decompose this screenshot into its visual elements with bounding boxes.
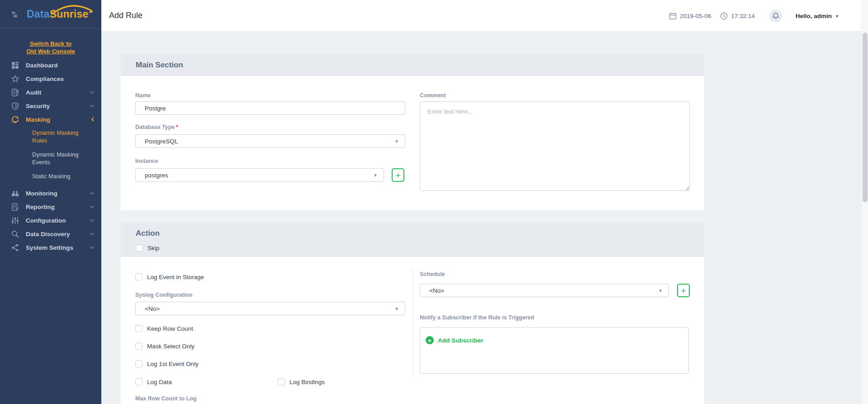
user-menu[interactable]: Hello, admin <box>796 13 832 19</box>
schedule-select[interactable]: <No> ▼ <box>420 284 669 297</box>
add-subscriber-button[interactable]: + Add Subscriber <box>426 336 484 344</box>
chevron-down-icon <box>90 233 94 236</box>
instance-value: postgres <box>145 172 168 179</box>
schedule-value: <No> <box>429 287 444 294</box>
keep-row-count-checkbox-row[interactable]: Keep Row Count <box>135 325 193 332</box>
syslog-configuration-label: Syslog Configuration <box>135 292 192 298</box>
star-icon <box>11 75 19 83</box>
sidebar-item-label: Compliances <box>26 76 94 82</box>
chevron-down-icon <box>90 246 94 249</box>
main-section-title: Main Section <box>136 61 183 70</box>
collapse-sidebar-icon[interactable] <box>12 11 21 18</box>
log-data-checkbox-row[interactable]: Log Data <box>135 378 172 385</box>
sidebar-item-reporting[interactable]: Reporting <box>0 200 101 214</box>
masking-icon <box>11 116 19 124</box>
header-right: 2019-05-06 17:32:14 Hello, admin ▾ <box>669 0 838 32</box>
sidebar-item-label: System Settings <box>26 244 90 251</box>
magnifier-icon <box>11 230 19 238</box>
sidebar-item-dashboard[interactable]: Dashboard <box>0 58 101 72</box>
sidebar-item-system-settings[interactable]: System Settings <box>0 241 101 254</box>
comment-label: Comment <box>420 92 446 99</box>
name-label: Name <box>135 92 151 99</box>
chevron-down-icon <box>90 105 94 108</box>
notifications-button[interactable] <box>769 10 782 22</box>
audit-document-icon <box>11 89 19 96</box>
keep-row-count-label: Keep Row Count <box>147 325 193 332</box>
select-caret-icon: ▼ <box>394 306 399 311</box>
time-display: 17:32:14 <box>720 12 755 20</box>
logo: DataSunrise <box>27 8 88 20</box>
log-bindings-checkbox-row[interactable]: Log Bindings <box>278 378 325 385</box>
current-time: 17:32:14 <box>731 13 755 19</box>
name-input[interactable] <box>135 101 405 115</box>
share-nodes-icon <box>11 244 19 252</box>
select-caret-icon: ▼ <box>394 139 399 144</box>
chevron-down-icon <box>90 205 94 209</box>
mask-select-only-checkbox[interactable] <box>135 342 142 350</box>
sidebar-item-security[interactable]: Security <box>0 99 101 113</box>
log-first-event-checkbox-row[interactable]: Log 1st Event Only <box>135 360 199 367</box>
chevron-down-icon <box>90 219 94 222</box>
max-row-count-label: Max Row Count to Log <box>135 395 196 402</box>
clock-icon <box>720 12 728 20</box>
plus-circle-icon: + <box>426 336 434 344</box>
database-type-value: PostgreSQL <box>145 138 178 145</box>
sidebar-item-label: Masking <box>26 116 91 123</box>
sidebar-item-data-discovery[interactable]: Data Discovery <box>0 227 101 241</box>
database-type-select[interactable]: PostgreSQL ▼ <box>135 134 405 148</box>
sidebar-item-dynamic-masking-rules[interactable]: Dynamic Masking Rules <box>32 129 101 144</box>
sidebar-item-compliances[interactable]: Compliances <box>0 72 101 86</box>
log-first-event-label: Log 1st Event Only <box>147 361 199 367</box>
log-data-checkbox[interactable] <box>135 378 142 385</box>
sidebar-item-static-masking[interactable]: Static Masking <box>32 172 101 180</box>
sidebar-item-label: Configuration <box>26 217 90 224</box>
scrollbar-thumb[interactable] <box>863 33 868 202</box>
sidebar-item-masking[interactable]: Masking <box>0 113 101 126</box>
switch-back-line1: Switch Back to <box>30 40 71 47</box>
skip-checkbox-row[interactable]: Skip <box>136 244 159 252</box>
column-divider <box>413 268 413 375</box>
add-schedule-button[interactable]: + <box>677 284 690 297</box>
syslog-configuration-select[interactable]: <No> ▼ <box>135 302 405 315</box>
sidebar-item-audit[interactable]: Audit <box>0 86 101 99</box>
select-caret-icon: ▼ <box>373 173 378 178</box>
log-event-checkbox[interactable] <box>135 273 142 280</box>
add-instance-button[interactable]: + <box>392 168 404 182</box>
sidebar-nav: Dashboard Compliances Audit Security Mas… <box>0 58 101 254</box>
sidebar-item-configuration[interactable]: Configuration <box>0 214 101 227</box>
date-display: 2019-05-06 <box>669 12 711 20</box>
log-first-event-checkbox[interactable] <box>135 360 142 367</box>
required-asterisk: * <box>176 124 178 130</box>
sidebar-item-monitoring[interactable]: Monitoring <box>0 186 101 200</box>
sliders-icon <box>11 217 19 224</box>
dashboard-icon <box>11 62 19 69</box>
logo-text-sunrise: Sunrise <box>50 8 89 20</box>
action-section-header: Action Skip <box>121 223 704 257</box>
sidebar-item-label: Dashboard <box>26 62 94 69</box>
instance-label: Instance <box>135 158 158 164</box>
select-caret-icon: ▼ <box>658 288 663 293</box>
vertical-scrollbar[interactable] <box>861 0 868 404</box>
masking-submenu: Dynamic Masking Rules Dynamic Masking Ev… <box>0 126 101 180</box>
log-data-label: Log Data <box>147 379 172 385</box>
comment-textarea[interactable] <box>420 101 690 191</box>
log-bindings-label: Log Bindings <box>289 379 325 385</box>
sidebar-item-label: Monitoring <box>26 190 90 197</box>
action-section-body: Log Event in Storage Syslog Configuratio… <box>121 257 704 404</box>
log-bindings-checkbox[interactable] <box>278 378 285 385</box>
sidebar-item-dynamic-masking-events[interactable]: Dynamic Masking Events <box>32 151 101 166</box>
log-event-checkbox-row[interactable]: Log Event in Storage <box>135 273 204 280</box>
skip-label: Skip <box>147 245 159 252</box>
user-menu-caret-icon[interactable]: ▾ <box>836 14 838 19</box>
top-header: Add Rule 2019-05-06 17:32:14 Hello, admi… <box>101 0 868 32</box>
add-subscriber-label: Add Subscriber <box>438 337 484 344</box>
instance-select[interactable]: postgres ▼ <box>135 168 384 182</box>
logo-text-data: Data <box>27 8 50 20</box>
switch-back-link[interactable]: Switch Back toOld Web Console <box>0 40 101 55</box>
keep-row-count-checkbox[interactable] <box>135 325 142 332</box>
syslog-configuration-value: <No> <box>145 305 160 312</box>
mask-select-only-checkbox-row[interactable]: Mask Select Only <box>135 342 194 350</box>
skip-checkbox[interactable] <box>136 244 143 252</box>
binoculars-icon <box>11 190 19 197</box>
database-type-label: Database Type* <box>135 124 178 130</box>
